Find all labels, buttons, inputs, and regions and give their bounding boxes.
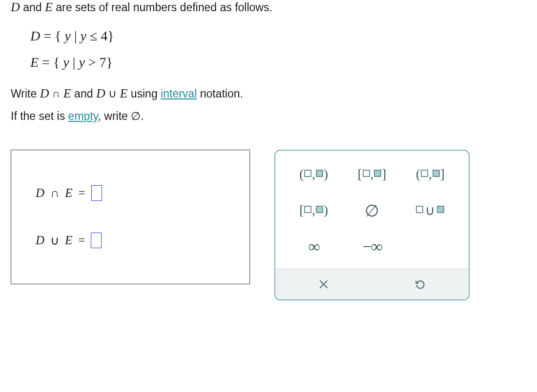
instruction-2: If the set is empty, write ∅. [11,108,526,125]
answer-row-union: D ∪ E = [36,233,225,248]
undo-button[interactable] [372,269,469,299]
question-intro: D and E are sets of real numbers defined… [11,0,526,15]
answer-row-intersection: D ∩ E = [36,185,225,201]
var-D: D [11,0,20,14]
pal-neg-infinity[interactable]: −∞ [345,235,398,259]
union-input[interactable] [91,233,102,248]
placeholder-icon [437,206,444,213]
pal-closed-closed[interactable]: [,] [345,162,398,187]
set-definitions: D = { y | y ≤ 4} E = { y | y > 7} [30,28,526,70]
symbol-pallette: (,) [,] (,] [,) ∅ ∪ ∞ −∞ [274,150,470,300]
placeholder-icon [374,170,381,177]
empty-link[interactable]: empty [68,110,98,122]
placeholder-icon [316,170,323,177]
pallette-bottom-bar [275,269,469,299]
placeholder-icon [304,170,311,177]
clear-button[interactable] [275,269,372,299]
placeholder-icon [363,170,370,177]
placeholder-icon [433,170,440,177]
pal-open-closed[interactable]: (,] [404,162,457,187]
placeholder-icon [421,170,428,177]
undo-icon [414,278,427,291]
pal-open-open[interactable]: (,) [287,162,340,187]
placeholder-icon [416,206,423,213]
placeholder-icon [304,206,311,213]
answer-box: D ∩ E = D ∪ E = [11,150,250,284]
emptyset-symbol: ∅ [131,110,141,122]
pal-spacer [404,235,457,259]
var-E: E [45,0,53,14]
pallette-grid: (,) [,] (,] [,) ∅ ∪ ∞ −∞ [287,162,457,259]
close-icon [317,278,330,291]
pal-emptyset[interactable]: ∅ [345,198,398,223]
pal-union[interactable]: ∪ [404,198,457,223]
def-E: E = { y | y > 7} [30,55,526,70]
pal-infinity[interactable]: ∞ [287,235,340,259]
interval-link[interactable]: interval [161,87,197,100]
intersection-input[interactable] [91,185,102,201]
pal-closed-open[interactable]: [,) [287,198,340,223]
instruction-1: Write D ∩ E and D ∪ E using interval not… [11,84,526,103]
answer-area: D ∩ E = D ∪ E = (,) [,] (,] [,) [11,150,526,300]
placeholder-icon [316,206,323,213]
def-D: D = { y | y ≤ 4} [30,28,526,44]
